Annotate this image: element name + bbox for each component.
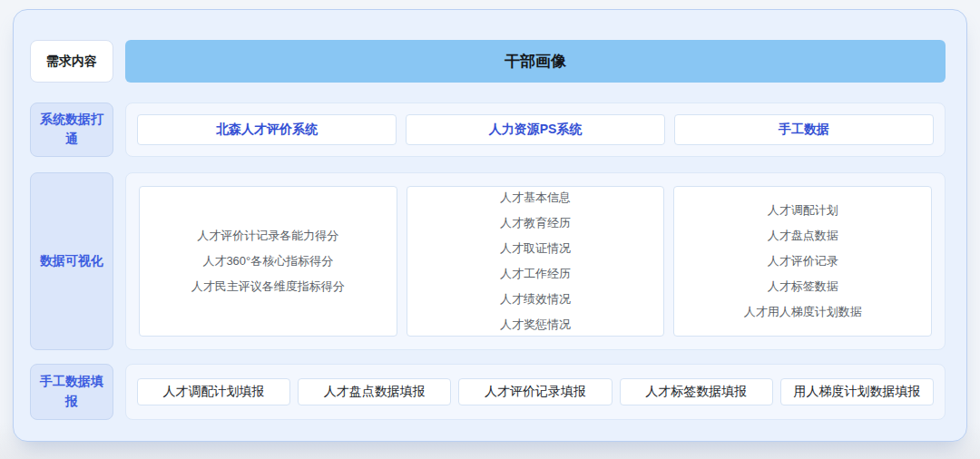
system-data-group: 北森人才评价系统 人力资源PS系统 手工数据 [125,103,946,157]
panel-line: 人才用人梯度计划数据 [744,299,862,325]
panel-line: 人才奖惩情况 [500,312,571,337]
visualization-row: 数据可视化 人才评价计记录各能力得分 人才360°各核心指标得分 人才民主评议各… [30,172,946,350]
banner-title: 干部画像 [125,40,946,83]
manual-fill-group: 人才调配计划填报 人才盘点数据填报 人才评价记录填报 人才标签数据填报 用人梯度… [125,364,946,420]
system-box-hrps: 人力资源PS系统 [406,114,665,145]
panel-line: 人才评价记录 [768,249,838,274]
visualization-panel-profile: 人才基本信息 人才教育经历 人才取证情况 人才工作经历 人才绩效情况 人才奖惩情… [407,186,665,337]
panel-line: 人才标签数据 [768,274,838,299]
panel-line: 人才民主评议各维度指标得分 [191,274,345,299]
system-data-row: 系统数据打通 北森人才评价系统 人力资源PS系统 手工数据 [30,103,946,157]
system-box-beisen: 北森人才评价系统 [137,114,397,145]
row-label-visualization: 数据可视化 [30,172,113,350]
header-row: 需求内容 干部画像 [30,40,946,83]
system-box-manual: 手工数据 [674,114,934,145]
visualization-group: 人才评价计记录各能力得分 人才360°各核心指标得分 人才民主评议各维度指标得分… [125,172,946,350]
panel-line: 人才评价计记录各能力得分 [197,223,338,249]
panel-line: 人才基本信息 [500,185,571,210]
manual-fill-row: 手工数据填报 人才调配计划填报 人才盘点数据填报 人才评价记录填报 人才标签数据… [30,364,946,420]
diagram-card: 需求内容 干部画像 系统数据打通 北森人才评价系统 人力资源PS系统 手工数据 … [13,9,967,442]
panel-line: 人才工作经历 [500,261,571,287]
requirement-content-label: 需求内容 [30,40,113,83]
panel-line: 人才调配计划 [768,198,838,223]
panel-line: 人才盘点数据 [768,223,838,249]
panel-line: 人才教育经历 [500,210,571,236]
visualization-panel-scores: 人才评价计记录各能力得分 人才360°各核心指标得分 人才民主评议各维度指标得分 [139,186,397,337]
manual-box-gradient-plan: 用人梯度计划数据填报 [780,378,934,405]
row-label-system-data: 系统数据打通 [30,103,113,157]
panel-line: 人才取证情况 [500,236,571,261]
manual-box-evaluation: 人才评价记录填报 [458,378,612,405]
panel-line: 人才绩效情况 [500,287,571,312]
manual-box-tags: 人才标签数据填报 [620,378,773,405]
manual-box-allocation: 人才调配计划填报 [137,378,290,405]
row-label-manual-fill: 手工数据填报 [30,364,113,420]
visualization-panel-plans: 人才调配计划 人才盘点数据 人才评价记录 人才标签数据 人才用人梯度计划数据 [673,186,932,337]
manual-box-inventory: 人才盘点数据填报 [298,378,451,405]
panel-line: 人才360°各核心指标得分 [202,249,333,274]
